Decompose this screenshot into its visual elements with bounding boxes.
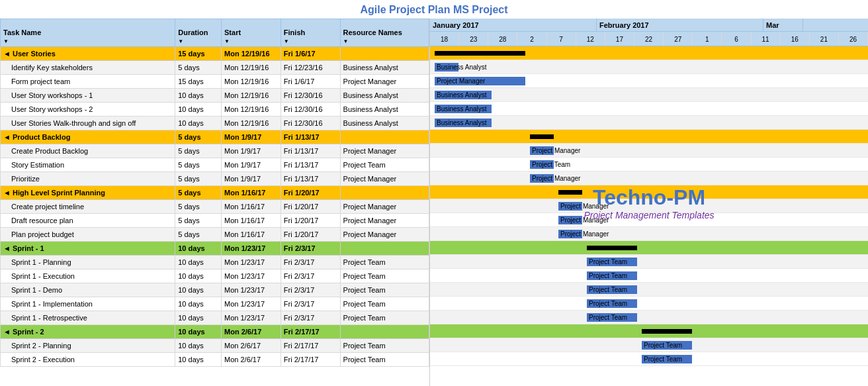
- task-name-cell: Sprint 2 - Planning: [1, 339, 175, 353]
- duration-cell: 10 days: [175, 117, 222, 130]
- start-cell: Mon 1/9/17: [222, 172, 281, 186]
- col-header-task[interactable]: Task Name ▼: [1, 19, 175, 47]
- finish-sort-arrow[interactable]: ▼: [284, 38, 289, 44]
- resource-cell: Project Team: [340, 339, 429, 353]
- task-name-cell: Plan project budget: [1, 228, 175, 242]
- table-row[interactable]: Create project timeline5 daysMon 1/16/17…: [1, 200, 429, 214]
- bar-label: Project Manager: [532, 147, 580, 154]
- table-row[interactable]: ◄ User Stories15 daysMon 12/19/16Fri 1/6…: [1, 47, 429, 61]
- table-row[interactable]: User Story workshops - 210 daysMon 12/19…: [1, 103, 429, 117]
- start-cell: Mon 1/9/17: [222, 144, 281, 158]
- resource-cell: Project Team: [340, 269, 429, 283]
- finish-cell: Fri 2/3/17: [281, 297, 340, 311]
- table-row[interactable]: Sprint 1 - Implementation10 daysMon 1/23…: [1, 297, 429, 311]
- table-row[interactable]: Create Product Backlog5 daysMon 1/9/17Fr…: [1, 144, 429, 158]
- task-sort-arrow[interactable]: ▼: [3, 38, 9, 44]
- duration-cell: 5 days: [175, 214, 222, 228]
- bar-label: Business Analyst: [437, 64, 487, 71]
- gantt-summary-bar: [558, 190, 582, 195]
- task-name-cell: ◄ Sprint - 2: [1, 325, 175, 339]
- table-row[interactable]: Plan project budget5 daysMon 1/16/17Fri …: [1, 228, 429, 242]
- gantt-month-label: January 2017: [430, 19, 597, 31]
- task-name-cell: User Story workshops - 2: [1, 103, 175, 117]
- start-cell: Mon 12/19/16: [222, 75, 281, 89]
- table-row[interactable]: Identify Key stakeholders5 daysMon 12/19…: [1, 61, 429, 75]
- finish-cell: Fri 1/13/17: [281, 172, 340, 186]
- start-cell: Mon 12/19/16: [222, 117, 281, 130]
- task-table: Task Name ▼ Duration ▼ Start ▼ Finish: [0, 19, 429, 367]
- table-row[interactable]: Sprint 2 - Execution10 daysMon 2/6/17Fri…: [1, 353, 429, 367]
- finish-cell: Fri 1/20/17: [281, 228, 340, 242]
- duration-cell: 15 days: [175, 75, 222, 89]
- finish-cell: Fri 1/6/17: [281, 47, 340, 61]
- resource-cell: [340, 242, 429, 256]
- bar-label: Project Team: [589, 300, 627, 307]
- duration-cell: 10 days: [175, 311, 222, 325]
- table-row[interactable]: User Stories Walk-through and sign off10…: [1, 117, 429, 130]
- table-row[interactable]: Form project team15 daysMon 12/19/16Fri …: [1, 75, 429, 89]
- gantt-day-label: 21: [810, 32, 839, 46]
- table-row[interactable]: Sprint 1 - Planning10 daysMon 1/23/17Fri…: [1, 256, 429, 269]
- task-name-cell: Sprint 1 - Execution: [1, 269, 175, 283]
- col-header-duration[interactable]: Duration ▼: [175, 19, 222, 47]
- table-row[interactable]: Sprint 1 - Retrospective10 daysMon 1/23/…: [1, 311, 429, 325]
- finish-cell: Fri 2/3/17: [281, 256, 340, 269]
- task-name-cell: ◄ User Stories: [1, 47, 175, 61]
- gantt-header: January 2017February 2017Mar 18232827121…: [430, 19, 868, 46]
- duration-cell: 10 days: [175, 353, 222, 367]
- gantt-bar: Project Team: [642, 341, 692, 350]
- table-row[interactable]: User Story workshops - 110 daysMon 12/19…: [1, 89, 429, 103]
- bar-label: Project Team: [644, 356, 682, 363]
- finish-cell: Fri 2/3/17: [281, 283, 340, 297]
- table-row[interactable]: Sprint 1 - Demo10 daysMon 1/23/17Fri 2/3…: [1, 283, 429, 297]
- finish-cell: Fri 2/3/17: [281, 242, 340, 256]
- bar-label: Project Team: [532, 161, 570, 168]
- bar-label: Project Team: [589, 258, 627, 265]
- gantt-day-label: 11: [752, 32, 781, 46]
- finish-cell: Fri 2/17/17: [281, 325, 340, 339]
- gantt-day-label: 22: [634, 32, 664, 46]
- start-cell: Mon 1/16/17: [222, 200, 281, 214]
- dur-sort-arrow[interactable]: ▼: [178, 38, 183, 44]
- finish-cell: Fri 12/30/16: [281, 89, 340, 103]
- start-sort-arrow[interactable]: ▼: [224, 38, 230, 44]
- resource-cell: Project Manager: [340, 228, 429, 242]
- bar-label: Project Manager: [560, 230, 609, 238]
- resource-cell: Project Team: [340, 353, 429, 367]
- gantt-day-label: 23: [459, 32, 488, 46]
- table-row[interactable]: ◄ High Level Sprint Planning5 daysMon 1/…: [1, 186, 429, 200]
- table-row[interactable]: Story Estimation5 daysMon 1/9/17Fri 1/13…: [1, 158, 429, 172]
- finish-cell: Fri 1/13/17: [281, 144, 340, 158]
- task-name-cell: Sprint 2 - Execution: [1, 353, 175, 367]
- table-row[interactable]: ◄ Sprint - 110 daysMon 1/23/17Fri 2/3/17: [1, 242, 429, 256]
- table-row[interactable]: ◄ Product Backlog5 daysMon 1/9/17Fri 1/1…: [1, 130, 429, 144]
- duration-cell: 10 days: [175, 103, 222, 117]
- col-header-finish[interactable]: Finish ▼: [281, 19, 340, 47]
- gantt-row: Project Team: [430, 297, 868, 311]
- table-row[interactable]: Draft resource plan5 daysMon 1/16/17Fri …: [1, 214, 429, 228]
- table-row[interactable]: Prioritize5 daysMon 1/9/17Fri 1/13/17Pro…: [1, 172, 429, 186]
- table-row[interactable]: Sprint 1 - Execution10 daysMon 1/23/17Fr…: [1, 269, 429, 283]
- col-header-resource[interactable]: Resource Names ▼: [340, 19, 429, 47]
- table-row[interactable]: ◄ Sprint - 210 daysMon 2/6/17Fri 2/17/17: [1, 325, 429, 339]
- finish-cell: Fri 1/20/17: [281, 200, 340, 214]
- gantt-row: Project Team: [430, 338, 868, 352]
- gantt-bar: Project Team: [587, 285, 637, 294]
- col-header-start[interactable]: Start ▼: [222, 19, 281, 47]
- bar-label: Project Manager: [560, 203, 609, 210]
- main-container: Task Name ▼ Duration ▼ Start ▼ Finish: [0, 19, 868, 386]
- task-name-cell: ◄ High Level Sprint Planning: [1, 186, 175, 200]
- resource-cell: [340, 325, 429, 339]
- gantt-bar: Project Team: [587, 271, 637, 280]
- gantt-bar: Project Team: [642, 355, 692, 363]
- gantt-day-label: 1: [693, 32, 722, 46]
- res-sort-arrow[interactable]: ▼: [343, 38, 349, 44]
- gantt-row: Project Manager: [430, 144, 868, 158]
- gantt-day-row: 18232827121722271611162126: [430, 32, 868, 46]
- table-row[interactable]: Sprint 2 - Planning10 daysMon 2/6/17Fri …: [1, 339, 429, 353]
- gantt-row: Business Analyst: [430, 60, 868, 74]
- gantt-bar: Project Manager: [558, 216, 582, 224]
- resource-cell: Project Manager: [340, 144, 429, 158]
- gantt-row: Project Manager: [430, 74, 868, 88]
- gantt-row: Project Team: [430, 158, 868, 171]
